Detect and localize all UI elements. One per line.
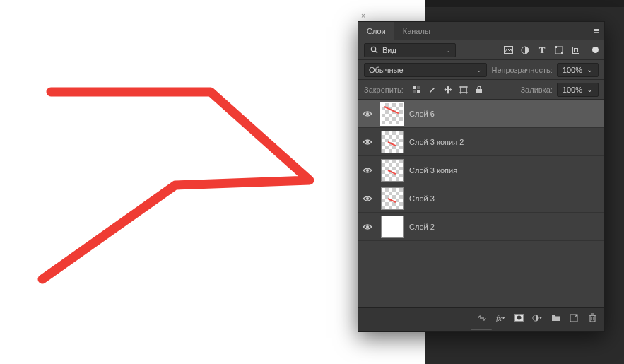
- svg-rect-10: [417, 86, 420, 89]
- lock-artboard-icon[interactable]: [459, 85, 469, 95]
- panel-resize-grip[interactable]: [358, 327, 604, 331]
- layer-row[interactable]: Слой 3: [358, 184, 604, 213]
- svg-rect-5: [555, 46, 557, 48]
- mask-icon[interactable]: [514, 313, 524, 323]
- svg-point-20: [366, 141, 369, 143]
- svg-rect-9: [413, 86, 416, 89]
- opacity-value: 100%: [560, 66, 584, 74]
- visibility-eye-icon[interactable]: [363, 167, 375, 174]
- layer-row[interactable]: Слой 3 копия: [358, 156, 604, 184]
- panel-close-icon[interactable]: ×: [361, 12, 370, 20]
- svg-rect-12: [417, 90, 420, 93]
- layer-name[interactable]: Слой 3 копия 2: [409, 138, 464, 146]
- adjust-icon[interactable]: [520, 45, 530, 55]
- svg-rect-8: [575, 48, 578, 52]
- link-icon[interactable]: [477, 313, 487, 323]
- filter-toggle-icon[interactable]: [592, 47, 599, 53]
- chevron-down-icon: ⌄: [584, 85, 595, 94]
- group-icon[interactable]: [551, 313, 560, 323]
- panel-tabs: Слои Каналы ≡: [358, 22, 604, 40]
- visibility-eye-icon[interactable]: [363, 110, 375, 117]
- blend-mode-select[interactable]: Обычные ⌄: [364, 63, 487, 77]
- svg-point-25: [517, 316, 521, 320]
- lock-move-icon[interactable]: [443, 85, 453, 95]
- opacity-label: Непрозрачность:: [491, 66, 552, 74]
- svg-point-0: [371, 47, 375, 51]
- svg-point-22: [366, 197, 369, 200]
- lock-all-icon[interactable]: [474, 85, 484, 95]
- layer-name[interactable]: Слой 6: [409, 110, 435, 118]
- layers-panel: × Слои Каналы ≡ Вид ⌄ T Обы: [358, 21, 605, 332]
- svg-point-19: [366, 112, 369, 115]
- layer-thumbnail[interactable]: [381, 102, 404, 125]
- tab-layers[interactable]: Слои: [358, 22, 394, 40]
- fill-value: 100%: [560, 86, 584, 94]
- lock-label: Закрепить:: [364, 86, 404, 94]
- fx-icon[interactable]: fx▾: [495, 313, 505, 323]
- panel-menu-icon[interactable]: ≡: [589, 25, 604, 36]
- layer-name[interactable]: Слой 3 копия: [409, 166, 457, 175]
- svg-point-23: [366, 225, 369, 228]
- layer-thumbnail[interactable]: [381, 131, 404, 153]
- lock-pixels-icon[interactable]: [412, 85, 422, 95]
- svg-point-21: [366, 169, 369, 172]
- type-icon[interactable]: T: [537, 45, 547, 55]
- layer-row[interactable]: Слой 2: [358, 213, 604, 241]
- svg-rect-18: [476, 89, 482, 93]
- layer-name[interactable]: Слой 3: [409, 194, 435, 203]
- opacity-input[interactable]: 100% ⌄: [557, 63, 599, 77]
- image-icon[interactable]: [503, 45, 513, 55]
- fill-input[interactable]: 100% ⌄: [557, 83, 599, 97]
- svg-line-1: [375, 51, 377, 53]
- visibility-eye-icon[interactable]: [363, 195, 375, 202]
- panel-bottom-toolbar: fx▾ ▾: [358, 307, 604, 327]
- shape-icon[interactable]: [554, 45, 564, 55]
- svg-rect-7: [573, 47, 579, 53]
- layer-thumbnail[interactable]: [381, 216, 404, 238]
- layer-list: Слой 6Слой 3 копия 2Слой 3 копияСлой 3Сл…: [358, 100, 604, 307]
- lock-brush-icon[interactable]: [428, 85, 437, 95]
- blend-mode-value: Обычные: [369, 66, 404, 74]
- visibility-eye-icon[interactable]: [363, 223, 375, 230]
- search-icon: [369, 45, 379, 55]
- layer-thumbnail[interactable]: [381, 187, 404, 210]
- svg-rect-6: [561, 52, 563, 54]
- lock-fill-row: Закрепить: Заливка: 100% ⌄: [358, 80, 604, 100]
- visibility-eye-icon[interactable]: [363, 139, 375, 146]
- adjustment-icon[interactable]: ▾: [532, 313, 542, 323]
- layer-filter-row: Вид ⌄ T: [358, 40, 604, 60]
- trash-icon[interactable]: [587, 313, 597, 323]
- svg-rect-13: [461, 87, 466, 93]
- chevron-down-icon: ⌄: [445, 47, 451, 54]
- chevron-down-icon: ⌄: [584, 65, 595, 74]
- svg-rect-28: [590, 315, 595, 322]
- chevron-down-icon: ⌄: [476, 66, 482, 74]
- tab-channels[interactable]: Каналы: [394, 22, 439, 40]
- fill-label: Заливка:: [520, 86, 552, 94]
- layer-row[interactable]: Слой 3 копия 2: [358, 128, 604, 156]
- svg-rect-11: [413, 90, 416, 93]
- layer-thumbnail[interactable]: [381, 159, 404, 182]
- smart-icon[interactable]: [571, 45, 581, 55]
- layer-row[interactable]: Слой 6: [358, 100, 604, 128]
- new-layer-icon[interactable]: [569, 313, 579, 323]
- blend-opacity-row: Обычные ⌄ Непрозрачность: 100% ⌄: [358, 60, 604, 80]
- filter-kind-label: Вид: [382, 46, 396, 54]
- layer-name[interactable]: Слой 2: [409, 223, 435, 231]
- filter-kind-select[interactable]: Вид ⌄: [364, 43, 456, 57]
